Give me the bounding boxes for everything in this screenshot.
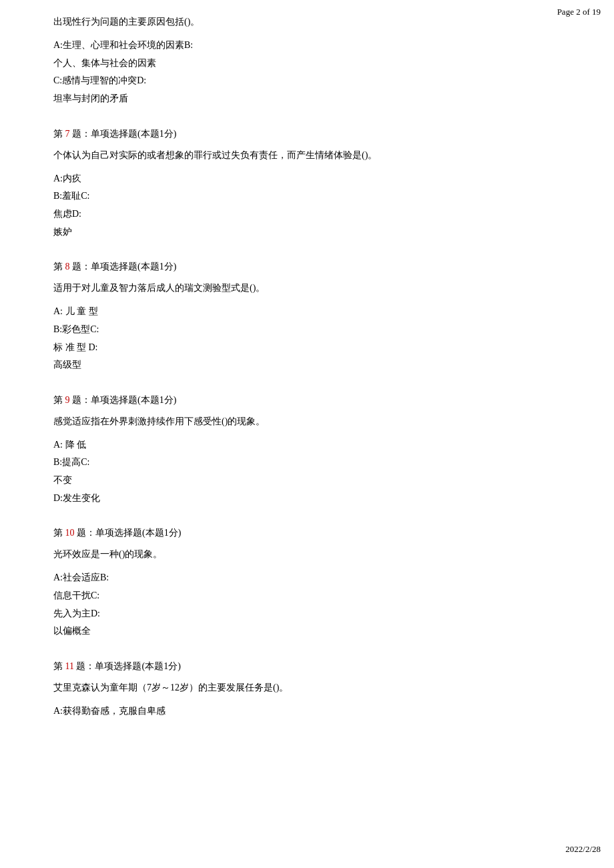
q7-option-c: 焦虑D: [53,205,561,224]
question-11-header: 第 11 题：单项选择题(本题1分) [53,661,561,673]
question-10-block: 第 10 题：单项选择题(本题1分) 光环效应是一种()的现象。 A:社会适应B… [53,527,561,640]
page-container: Page 2 of 19 出现性行为问题的主要原因包括()。 A:生理、心理和社… [0,0,614,868]
question-7-options: A:内疚 B:羞耻C: 焦虑D: 嫉妒 [53,170,561,241]
q9-option-a: A: 降 低 [53,436,561,454]
question-11-text: 艾里克森认为童年期（7岁～12岁）的主要发展任务是()。 [53,679,561,696]
intro-question-text: 出现性行为问题的主要原因包括()。 [53,13,561,30]
question-10-options: A:社会适应B: 信息干扰C: 先入为主D: 以偏概全 [53,569,561,640]
intro-options: A:生理、心理和社会环境的因素B: 个人、集体与社会的因素 C:感情与理智的冲突… [53,37,561,107]
question-8-block: 第 8 题：单项选择题(本题1分) 适用于对儿童及智力落后成人的瑞文测验型式是(… [53,261,561,374]
q10-option-a: A:社会适应B: [53,569,561,587]
intro-option-d: 坦率与封闭的矛盾 [53,90,561,108]
q10-option-d: 以偏概全 [53,622,561,640]
question-10-number: 10 [65,528,75,538]
question-8-number: 8 [65,262,70,272]
q7-option-b: B:羞耻C: [53,187,561,205]
q7-option-a: A:内疚 [53,170,561,188]
question-8-header: 第 8 题：单项选择题(本题1分) [53,261,561,273]
q9-option-d: D:发生变化 [53,490,561,508]
q8-option-c: 标 准 型 D: [53,339,561,357]
q8-option-b: B:彩色型C: [53,321,561,339]
question-9-header: 第 9 题：单项选择题(本题1分) [53,394,561,406]
page-number: Page 2 of 19 [557,7,601,17]
question-9-text: 感觉适应指在外界刺激持续作用下感受性()的现象。 [53,413,561,430]
question-11-block: 第 11 题：单项选择题(本题1分) 艾里克森认为童年期（7岁～12岁）的主要发… [53,661,561,721]
intro-option-b: 个人、集体与社会的因素 [53,55,561,73]
q8-option-d: 高级型 [53,356,561,374]
q11-option-a: A:获得勤奋感，克服自卑感 [53,703,561,721]
intro-question-block: 出现性行为问题的主要原因包括()。 A:生理、心理和社会环境的因素B: 个人、集… [53,13,561,108]
q10-option-c: 先入为主D: [53,605,561,623]
question-8-options: A: 儿 童 型 B:彩色型C: 标 准 型 D: 高级型 [53,303,561,374]
question-10-text: 光环效应是一种()的现象。 [53,546,561,562]
question-7-text: 个体认为自己对实际的或者想象的罪行或过失负有责任，而产生情绪体验是()。 [53,147,561,163]
question-9-number: 9 [65,395,70,405]
q7-option-d: 嫉妒 [53,224,561,242]
intro-option-a: A:生理、心理和社会环境的因素B: [53,37,561,55]
question-7-block: 第 7 题：单项选择题(本题1分) 个体认为自己对实际的或者想象的罪行或过失负有… [53,128,561,242]
question-10-header: 第 10 题：单项选择题(本题1分) [53,527,561,539]
q10-option-b: 信息干扰C: [53,587,561,605]
question-7-number: 7 [65,129,70,139]
question-8-text: 适用于对儿童及智力落后成人的瑞文测验型式是()。 [53,280,561,296]
date-footer: 2022/2/28 [565,844,601,855]
question-11-options: A:获得勤奋感，克服自卑感 [53,703,561,721]
question-11-number: 11 [65,661,74,671]
q9-option-c: 不变 [53,472,561,490]
question-7-header: 第 7 题：单项选择题(本题1分) [53,128,561,140]
q8-option-a: A: 儿 童 型 [53,303,561,321]
question-9-block: 第 9 题：单项选择题(本题1分) 感觉适应指在外界刺激持续作用下感受性()的现… [53,394,561,508]
question-9-options: A: 降 低 B:提高C: 不变 D:发生变化 [53,436,561,507]
q9-option-b: B:提高C: [53,454,561,472]
intro-option-c: C:感情与理智的冲突D: [53,72,561,90]
